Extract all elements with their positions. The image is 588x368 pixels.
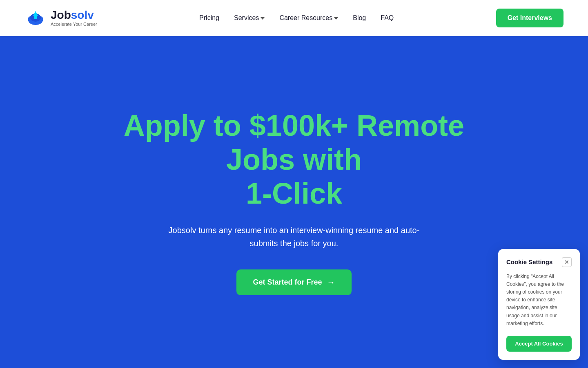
nav-career-resources[interactable]: Career Resources	[279, 14, 338, 22]
chevron-down-icon	[334, 17, 338, 20]
cookie-header: Cookie Settings ✕	[506, 257, 572, 267]
cookie-close-button[interactable]: ✕	[562, 257, 572, 267]
accept-cookies-button[interactable]: Accept All Cookies	[506, 336, 572, 352]
get-started-button[interactable]: Get Started for Free →	[236, 269, 351, 295]
cookie-title: Cookie Settings	[506, 258, 552, 265]
logo[interactable]: Jobsolv Accelerate Your Career	[24, 7, 97, 29]
svg-marker-4	[33, 11, 38, 16]
nav-faq-link[interactable]: FAQ	[381, 14, 394, 22]
nav-services[interactable]: Services	[234, 14, 265, 22]
get-interviews-button[interactable]: Get Interviews	[496, 9, 564, 27]
nav-pricing[interactable]: Pricing	[199, 14, 219, 22]
nav-services-link[interactable]: Services	[234, 14, 265, 22]
get-started-label: Get Started for Free	[253, 278, 322, 287]
cookie-popup: Cookie Settings ✕ By clicking "Accept Al…	[498, 249, 580, 360]
hero-subtitle: Jobsolv turns any resume into an intervi…	[163, 224, 425, 250]
nav-career-resources-link[interactable]: Career Resources	[279, 14, 338, 22]
logo-text: Jobsolv Accelerate Your Career	[51, 9, 97, 27]
arrow-right-icon: →	[327, 278, 335, 287]
nav-links: Pricing Services Career Resources Blog F…	[199, 14, 394, 22]
nav-blog[interactable]: Blog	[353, 14, 366, 22]
logo-tagline: Accelerate Your Career	[51, 22, 97, 27]
nav-faq[interactable]: FAQ	[381, 14, 394, 22]
nav-pricing-link[interactable]: Pricing	[199, 14, 219, 22]
nav-blog-link[interactable]: Blog	[353, 14, 366, 22]
logo-brand-solv: solv	[71, 9, 94, 21]
logo-icon	[24, 7, 47, 29]
hero-title: Apply to $100k+ Remote Jobs with 1-Click	[110, 109, 478, 210]
cookie-body-text: By clicking "Accept All Cookies", you ag…	[506, 273, 572, 328]
logo-brand-job: Job	[51, 9, 71, 21]
navbar: Jobsolv Accelerate Your Career Pricing S…	[0, 0, 588, 36]
chevron-down-icon	[261, 17, 265, 20]
svg-rect-5	[34, 16, 37, 19]
